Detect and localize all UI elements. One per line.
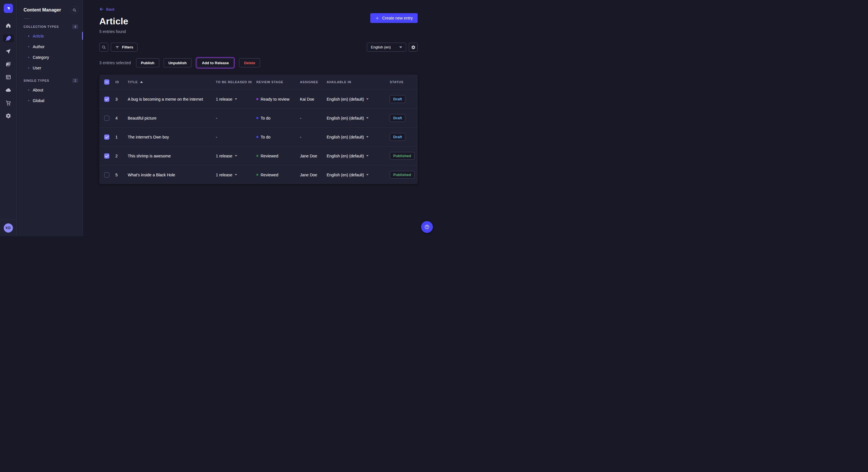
table-row[interactable]: 1 The internet's Own boy - To do - Engli…	[99, 127, 417, 146]
releases-paper-plane-icon[interactable]	[3, 47, 14, 55]
filter-icon	[115, 45, 119, 49]
status-badge: Published	[390, 171, 414, 179]
home-icon[interactable]	[3, 22, 14, 29]
chevron-down-icon	[366, 136, 369, 138]
column-header-status: STATUS	[390, 80, 417, 84]
select-all-checkbox[interactable]	[104, 79, 110, 85]
available-locale-dropdown[interactable]: English (en) (default)	[327, 97, 390, 102]
locale-select[interactable]: English (en)	[367, 43, 406, 52]
entries-count: 5 entries found	[99, 29, 417, 34]
search-button[interactable]	[99, 43, 108, 52]
section-count-badge: 2	[72, 78, 78, 83]
settings-gear-icon[interactable]	[3, 112, 14, 120]
sidebar-item-label: Global	[33, 98, 44, 103]
content-manager-feather-icon[interactable]	[3, 34, 14, 42]
sidebar-item-about[interactable]: About	[24, 85, 78, 95]
filters-button[interactable]: Filters	[111, 43, 137, 52]
chevron-down-icon	[235, 155, 237, 157]
unpublish-button[interactable]: Unpublish	[164, 58, 192, 67]
create-new-entry-button[interactable]: Create new entry	[370, 13, 417, 23]
cell-title: What's inside a Black Hole	[128, 173, 216, 177]
release-dropdown[interactable]: 1 release	[216, 173, 256, 177]
sidebar-item-category[interactable]: Category	[24, 52, 78, 63]
cell-assignee: -	[300, 135, 327, 139]
bullet-icon	[28, 36, 29, 37]
cell-title: Beautiful picture	[128, 116, 216, 121]
entries-table: ID TITLE TO BE RELEASED IN REVIEW STAGE …	[99, 74, 417, 184]
table-row[interactable]: 3 A bug is becoming a meme on the intern…	[99, 90, 417, 108]
table-row[interactable]: 5 What's inside a Black Hole 1 release R…	[99, 165, 417, 184]
release-dropdown[interactable]: 1 release	[216, 154, 256, 158]
review-stage-dot	[256, 117, 258, 119]
back-button[interactable]: Back	[99, 7, 115, 11]
marketplace-cart-icon[interactable]	[3, 99, 14, 107]
content-manager-sidebar: Content Manager COLLECTION TYPES 4 Artic…	[17, 0, 83, 236]
sort-ascending-icon	[140, 81, 143, 83]
cell-review-stage: Reviewed	[256, 154, 300, 158]
cell-id: 1	[115, 135, 128, 139]
user-avatar[interactable]: KD	[4, 224, 13, 233]
table-row[interactable]: 4 Beautiful picture - To do - English (e…	[99, 108, 417, 127]
cell-review-stage: To do	[256, 135, 300, 139]
publish-button[interactable]: Publish	[136, 58, 159, 67]
help-button[interactable]	[421, 221, 433, 233]
sidebar-item-author[interactable]: Author	[24, 41, 78, 52]
gear-icon	[411, 45, 415, 49]
cell-title: The internet's Own boy	[128, 135, 216, 139]
sidebar-item-user[interactable]: User	[24, 63, 78, 73]
content-type-builder-icon[interactable]	[3, 73, 14, 81]
section-count-badge: 4	[72, 24, 78, 29]
chevron-down-icon	[235, 98, 237, 100]
bullet-icon	[28, 67, 29, 69]
strapi-logo	[4, 4, 13, 13]
search-icon	[102, 45, 106, 49]
cell-review-stage: Reviewed	[256, 173, 300, 177]
chevron-down-icon	[235, 174, 237, 175]
row-checkbox[interactable]	[104, 172, 110, 177]
sidebar-item-global[interactable]: Global	[24, 95, 78, 106]
available-locale-dropdown[interactable]: English (en) (default)	[327, 135, 390, 139]
single-types-section: SINGLE TYPES 2 About Global	[17, 74, 83, 107]
review-stage-dot	[256, 136, 258, 138]
add-to-release-button[interactable]: Add to Release	[197, 58, 234, 67]
review-stage-dot	[256, 174, 258, 176]
cloud-deploy-icon[interactable]	[3, 86, 14, 94]
release-dropdown[interactable]: -	[216, 116, 256, 121]
column-header-title[interactable]: TITLE	[128, 80, 216, 84]
status-badge: Draft	[390, 95, 405, 103]
view-settings-gear-button[interactable]	[409, 43, 417, 52]
media-library-icon[interactable]	[3, 60, 14, 68]
row-checkbox[interactable]	[104, 97, 110, 102]
divider	[0, 220, 17, 220]
sidebar-search-button[interactable]	[71, 6, 78, 14]
status-badge: Published	[390, 152, 414, 160]
row-checkbox[interactable]	[104, 115, 110, 121]
section-label: SINGLE TYPES	[24, 79, 49, 82]
row-checkbox[interactable]	[104, 154, 110, 159]
release-dropdown[interactable]: -	[216, 135, 256, 139]
bullet-icon	[28, 100, 29, 101]
release-dropdown[interactable]: 1 release	[216, 97, 256, 102]
available-locale-dropdown[interactable]: English (en) (default)	[327, 116, 390, 121]
table-row[interactable]: 2 This shrimp is awesome 1 release Revie…	[99, 146, 417, 165]
plus-icon	[375, 16, 379, 20]
main-content: Back Article 5 entries found Create new …	[83, 0, 434, 236]
cell-id: 4	[115, 116, 128, 121]
delete-button[interactable]: Delete	[239, 58, 260, 67]
cell-assignee: Kai Doe	[300, 97, 327, 102]
search-icon	[72, 8, 76, 12]
sidebar-item-label: Author	[33, 44, 44, 49]
available-locale-dropdown[interactable]: English (en) (default)	[327, 154, 390, 158]
available-locale-dropdown[interactable]: English (en) (default)	[327, 173, 390, 177]
bullet-icon	[28, 90, 29, 91]
bullet-icon	[28, 46, 29, 47]
row-checkbox[interactable]	[104, 134, 110, 140]
cell-review-stage: To do	[256, 116, 300, 121]
section-label: COLLECTION TYPES	[24, 25, 59, 28]
column-header-assignee: ASSIGNEE	[300, 80, 327, 84]
cell-title: This shrimp is awesome	[128, 154, 216, 158]
sidebar-item-article[interactable]: Article	[24, 31, 78, 41]
chevron-down-icon	[366, 98, 369, 100]
sidebar-item-label: User	[33, 66, 41, 70]
cell-assignee: Jane Doe	[300, 154, 327, 158]
